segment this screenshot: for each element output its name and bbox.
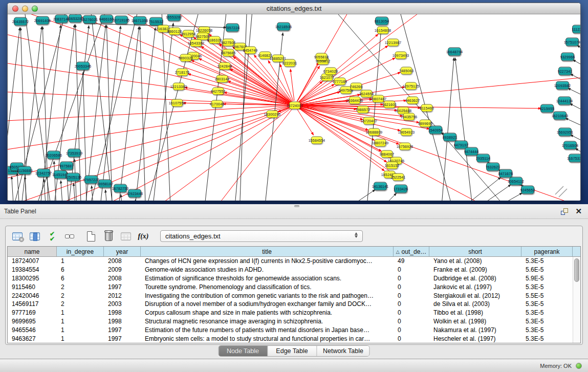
graph-node[interactable]: 16553287: [167, 14, 181, 21]
graph-node[interactable]: 7632621: [486, 163, 499, 171]
column-header-pagerank[interactable]: pagerank: [521, 247, 573, 256]
row-height-icon[interactable]: [62, 230, 77, 243]
graph-node[interactable]: 1112304: [572, 25, 580, 34]
column-header-name[interactable]: name: [8, 247, 57, 256]
graph-node[interactable]: 9777169: [334, 78, 346, 85]
graph-node[interactable]: 9329966: [561, 53, 574, 61]
graph-node[interactable]: 2718176: [177, 69, 188, 76]
graph-node[interactable]: 12213383: [173, 83, 185, 91]
graph-node[interactable]: 8860128: [169, 28, 181, 35]
graph-node[interactable]: 15276021: [83, 15, 96, 24]
graph-node[interactable]: 7485063: [401, 67, 412, 75]
graph-node[interactable]: 17353919: [68, 149, 81, 158]
table-scrollbar-thumb[interactable]: [574, 258, 579, 282]
table-row[interactable]: 1456911722003Disruption of a novel membe…: [8, 300, 580, 309]
graph-node[interactable]: 15584554: [311, 137, 323, 144]
column-header-title[interactable]: title: [141, 247, 394, 256]
graph-node[interactable]: 1540954: [429, 126, 442, 135]
graph-node[interactable]: 9227341: [558, 67, 572, 76]
table-row[interactable]: 946362711997Embryonic stem cells: a mode…: [8, 334, 580, 343]
delete-table-icon[interactable]: [101, 230, 116, 243]
graph-node[interactable]: 16756928: [399, 143, 411, 150]
graph-node[interactable]: 9474444: [465, 147, 478, 156]
column-header-year[interactable]: year: [104, 247, 141, 256]
tab-network-table[interactable]: Network Table: [317, 346, 369, 356]
table-row[interactable]: 2242004622012Investigating the contribut…: [8, 291, 580, 300]
graph-node[interactable]: 3242844: [219, 62, 231, 70]
graph-node[interactable]: 10654112: [509, 177, 522, 186]
select-all-checks-icon[interactable]: ✔✔: [45, 230, 60, 243]
graph-node[interactable]: 19435756: [403, 113, 415, 121]
graph-node[interactable]: 10688809: [368, 128, 380, 136]
graph-node[interactable]: 8186328: [209, 36, 221, 44]
graph-node[interactable]: 9463627: [407, 97, 419, 104]
graph-node[interactable]: 10807487: [373, 95, 384, 103]
graph-node[interactable]: 11675335: [569, 154, 580, 163]
graph-node[interactable]: 10719185: [115, 16, 128, 25]
graph-node[interactable]: 16154808: [377, 27, 389, 34]
tab-edge-table[interactable]: Edge Table: [268, 346, 317, 356]
graph-node[interactable]: 1733426: [394, 185, 407, 193]
graph-node[interactable]: 17957223: [84, 176, 98, 184]
graph-node[interactable]: 20691406: [36, 16, 49, 25]
graph-node[interactable]: 12342757: [37, 169, 50, 178]
splitter-handle[interactable]: [294, 205, 299, 207]
table-select-dropdown[interactable]: citations_edges.txt: [160, 230, 363, 242]
graph-node[interactable]: 6466160: [100, 15, 113, 24]
graph-node[interactable]: 20435572: [14, 17, 27, 26]
graph-node[interactable]: 15692951: [558, 128, 572, 137]
graph-node[interactable]: 10973493: [395, 52, 407, 59]
graph-node[interactable]: 8222031: [284, 59, 296, 67]
graph-node[interactable]: 8938921: [443, 133, 456, 142]
graph-node[interactable]: 16543382: [190, 39, 202, 47]
graph-node[interactable]: 2522541: [393, 173, 404, 181]
graph-node[interactable]: 12444134: [558, 97, 571, 105]
graph-node[interactable]: 16782753: [114, 184, 127, 193]
tab-node-table[interactable]: Node Table: [219, 346, 268, 356]
network-canvas[interactable]: 2043557220691406208371411065328715276021…: [8, 14, 580, 201]
graph-node[interactable]: 9245652: [521, 186, 534, 194]
graph-node[interactable]: 12093582: [556, 81, 569, 90]
graph-node[interactable]: 16210643: [553, 112, 567, 120]
new-table-icon[interactable]: [83, 230, 99, 243]
graph-node[interactable]: 9975887: [60, 162, 73, 170]
graph-node[interactable]: 8813054: [375, 17, 388, 26]
table-settings-icon[interactable]: [10, 230, 25, 243]
graph-node[interactable]: 2935114: [476, 154, 490, 163]
column-header-outde[interactable]: △out_de…: [394, 247, 429, 256]
graph-node[interactable]: 17016504: [563, 141, 577, 150]
graph-node[interactable]: 20837141: [55, 15, 68, 24]
graph-node[interactable]: 19958187: [98, 180, 112, 188]
graph-node[interactable]: 9899695: [420, 120, 431, 127]
graph-node[interactable]: 19218506: [277, 23, 290, 31]
float-panel-icon[interactable]: [561, 208, 568, 215]
table-row[interactable]: 946554611997Estimation of the future num…: [8, 325, 580, 334]
graph-node[interactable]: 15751074: [565, 38, 579, 47]
graph-node[interactable]: 16107552: [171, 99, 183, 107]
graph-node[interactable]: 4170046: [211, 100, 223, 108]
graph-node[interactable]: 12505135: [67, 173, 80, 182]
graph-node[interactable]: 19654923: [401, 128, 412, 136]
graph-node[interactable]: 9890321: [180, 54, 192, 62]
graph-node[interactable]: 15720407: [363, 117, 375, 125]
graph-node[interactable]: 18724007: [289, 102, 301, 110]
graph-node[interactable]: 9115460: [421, 104, 433, 112]
graph-node[interactable]: 14136141: [374, 182, 387, 191]
graph-node[interactable]: 12213987: [387, 39, 399, 47]
graph-node[interactable]: 2803144: [216, 75, 228, 83]
graph-node[interactable]: 8215955: [540, 104, 554, 113]
graph-node[interactable]: 8912954: [183, 30, 194, 38]
graph-node[interactable]: 746266: [351, 83, 362, 91]
column-header-indegree[interactable]: in_degree: [57, 247, 104, 256]
graph-node[interactable]: 20053346: [76, 62, 90, 71]
graph-node[interactable]: 12975125: [405, 82, 417, 90]
table-row[interactable]: 1938455462009Genome-wide association stu…: [8, 266, 580, 274]
graph-node[interactable]: 8454749: [245, 47, 256, 54]
table-row[interactable]: 969969511998Structural magnetic resonanc…: [8, 317, 580, 326]
graph-node[interactable]: 1615152: [386, 162, 398, 169]
table-scrollbar[interactable]: [573, 257, 580, 343]
graph-node[interactable]: 1621601: [384, 101, 396, 108]
graph-node[interactable]: 11156889: [18, 166, 31, 175]
graph-node[interactable]: 18807249: [375, 139, 386, 147]
close-panel-icon[interactable]: ✕: [575, 207, 582, 216]
